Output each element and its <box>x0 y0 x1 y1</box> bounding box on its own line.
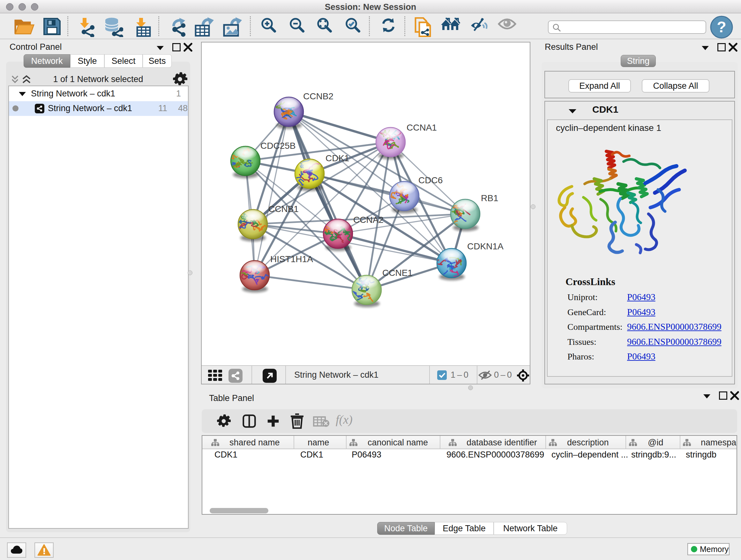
svg-text:CDKN1A: CDKN1A <box>467 241 503 251</box>
svg-text:?: ? <box>717 18 726 36</box>
svg-text:CDK1: CDK1 <box>326 153 349 163</box>
svg-text:CCNA1: CCNA1 <box>407 123 437 132</box>
svg-text:CCNB2: CCNB2 <box>303 91 333 101</box>
svg-text:CDC25B: CDC25B <box>260 141 295 151</box>
svg-text:CCNE1: CCNE1 <box>382 268 413 278</box>
svg-text:RB1: RB1 <box>481 193 498 203</box>
svg-text:CCNB1: CCNB1 <box>268 204 299 214</box>
svg-text:CCNA2: CCNA2 <box>353 215 384 225</box>
svg-text:CDC6: CDC6 <box>418 175 443 185</box>
svg-text:HIST1H1A: HIST1H1A <box>270 254 313 264</box>
